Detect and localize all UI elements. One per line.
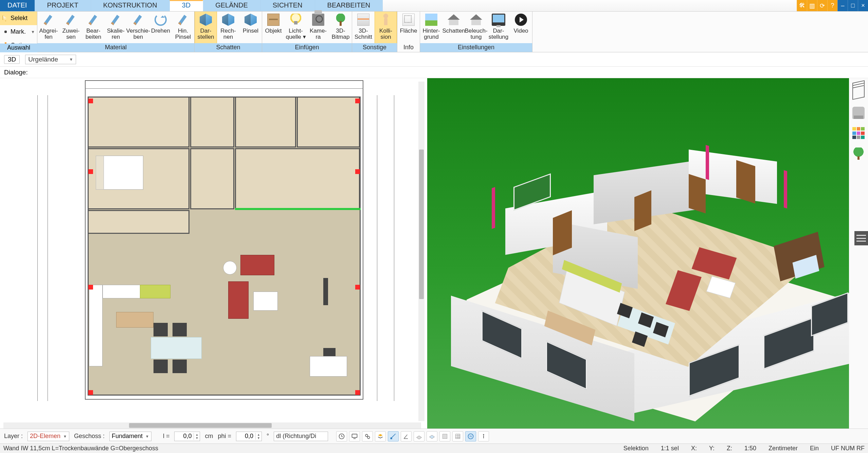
dialog-label: Dialoge: [4, 69, 28, 76]
snap-endpoint-icon[interactable] [388, 431, 399, 441]
palette-icon[interactable] [852, 127, 865, 139]
menu-bearbeiten[interactable]: BEARBEITEN [315, 0, 383, 11]
clock-icon[interactable] [336, 431, 347, 441]
darstellen-label2: stellen [197, 34, 214, 40]
ribbon-beleuchtung[interactable]: Beleuch-tung [465, 12, 487, 43]
phi-label: phi = [218, 433, 231, 440]
reload-icon[interactable]: ⟳ [817, 0, 827, 11]
status-x: X: [691, 445, 697, 452]
group-label: Einfügen [262, 43, 352, 52]
menubar: DATEI PROJEKT KONSTRUKTION 3D GELÄNDE SI… [0, 0, 868, 12]
pane-2d[interactable] [0, 78, 424, 429]
floor-value: Fundament [112, 433, 143, 440]
maximize-icon[interactable]: □ [848, 0, 858, 11]
ribbon-objekt[interactable]: Objekt [262, 12, 285, 43]
ribbon-bearbeiten[interactable]: Bear-beiten [82, 12, 105, 43]
ribbon-darstellung[interactable]: Dar-stellung [487, 12, 510, 43]
chevron-down-icon: ▼ [69, 57, 73, 62]
tree-icon[interactable] [852, 147, 865, 160]
status-bar: Wand IW 11,5cm L=Trockenbauwände G=Oberg… [0, 443, 868, 453]
panel-grip[interactable] [854, 231, 868, 245]
ribbon-hintergrund[interactable]: Hinter-grund [420, 12, 442, 43]
north-icon[interactable]: N [465, 431, 476, 441]
minimize-icon[interactable]: – [837, 0, 848, 11]
direction-input[interactable]: dl (Richtung/Di [274, 432, 328, 441]
ribbon-schnitt[interactable]: 3D-Schnitt [352, 12, 375, 43]
stack-icon[interactable] [375, 431, 386, 441]
tools-icon[interactable]: 🛠 [797, 0, 807, 11]
menu-sichten[interactable]: SICHTEN [260, 0, 315, 11]
terrain-combo[interactable]: Urgelände ▼ [25, 55, 76, 64]
pane-3d[interactable] [427, 78, 849, 429]
view-chip-3d[interactable]: 3D [4, 55, 20, 64]
length-label: l = [163, 433, 170, 440]
flaeche-icon [402, 14, 415, 26]
svg-point-3 [367, 436, 370, 439]
snap-plane-icon[interactable] [414, 431, 424, 441]
bearbeiten-label1: Bear- [86, 28, 101, 34]
phi-input[interactable]: 0,0 ▲▼ [236, 432, 262, 441]
abgreifen-icon [42, 14, 55, 26]
ribbon-schatten2[interactable]: Schatten [442, 12, 465, 43]
length-input[interactable]: 0,0 ▲▼ [174, 432, 200, 441]
ribbon-flaeche[interactable]: Fläche [397, 12, 420, 43]
ribbon-zuweisen[interactable]: Zuwei-sen [60, 12, 82, 43]
floor-select[interactable]: Fundament▼ [109, 432, 151, 441]
info-pin-icon[interactable] [478, 431, 489, 441]
layer-select[interactable]: 2D-Elemen▼ [28, 432, 69, 441]
ribbon-verschieben[interactable]: Verschie-ben [127, 12, 149, 43]
lichtquelle-icon [290, 14, 302, 26]
pinsel-label1: Pinsel [243, 28, 258, 34]
beleuchtung-label1: Beleuch- [465, 28, 487, 34]
gears-icon[interactable] [362, 431, 373, 441]
grid-icon[interactable] [452, 431, 463, 441]
rechnen-icon [222, 14, 234, 26]
rechnen-label1: Rech- [220, 28, 236, 34]
menu-datei[interactable]: DATEI [0, 0, 35, 11]
close-icon[interactable]: × [858, 0, 868, 11]
ribbon-abgreifen[interactable]: Abgrei-fen [37, 12, 60, 43]
skalieren-label1: Skalie- [107, 28, 125, 34]
scrollbar-vertical[interactable] [418, 82, 424, 421]
furniture-icon[interactable] [852, 107, 865, 119]
menu-gelaende[interactable]: GELÄNDE [203, 0, 260, 11]
mark-mode[interactable]: Mark. ▼ [0, 25, 37, 39]
terrain-combo-value: Urgelände [28, 56, 58, 63]
schnitt-label1: 3D- [359, 28, 368, 34]
monitor-icon[interactable] [349, 431, 360, 441]
menu-3d[interactable]: 3D [170, 0, 203, 11]
hintergrund-icon [425, 14, 437, 26]
ribbon-video[interactable]: Video [510, 12, 532, 43]
verschieben-icon [132, 14, 144, 26]
ribbon-group-info: FlächeInfo [397, 12, 420, 52]
select-mode[interactable]: Selekt [0, 12, 37, 25]
menu-projekt[interactable]: PROJEKT [35, 0, 91, 11]
transparency-icon[interactable] [439, 431, 450, 441]
ribbon-pinsel[interactable]: Pinsel [239, 12, 262, 43]
help-icon[interactable]: ? [827, 0, 837, 11]
ribbon-bitmap[interactable]: 3D-Bitmap [329, 12, 352, 43]
ribbon-lichtquelle[interactable]: Licht-quelle ▾ [285, 12, 307, 43]
ribbon-drehen[interactable]: Drehen [149, 12, 172, 43]
schnitt-label2: Schnitt [355, 34, 372, 40]
splitter[interactable] [424, 78, 427, 429]
scrollbar-horizontal[interactable] [3, 422, 421, 429]
ribbon-darstellen[interactable]: Dar-stellen [195, 12, 217, 43]
ribbon-hinpinsel[interactable]: Hin.Pinsel [172, 12, 194, 43]
video-icon [515, 14, 527, 26]
ribbon-skalieren[interactable]: Skalie-ren [105, 12, 127, 43]
layers-icon[interactable] [852, 85, 865, 100]
snap-plane2-icon[interactable] [427, 431, 437, 441]
ribbon-rechnen[interactable]: Rech-nen [217, 12, 239, 43]
objekt-label1: Objekt [265, 28, 282, 34]
schnitt-icon [357, 14, 369, 26]
ribbon-kamera[interactable]: Kame-ra [307, 12, 329, 43]
ribbon-group-sonstige: 3D-SchnittKolli-sionSonstige [352, 12, 397, 52]
snap-angle-icon[interactable] [401, 431, 412, 441]
menu-konstruktion[interactable]: KONSTRUKTION [91, 0, 170, 11]
abgreifen-label1: Abgrei- [39, 28, 58, 34]
context-bar: 3D Urgelände ▼ [0, 52, 868, 67]
layers-toggle-icon[interactable]: ▥ [807, 0, 817, 11]
ribbon-kollision[interactable]: Kolli-sion [375, 12, 397, 43]
verschieben-label1: Verschie- [126, 28, 150, 34]
